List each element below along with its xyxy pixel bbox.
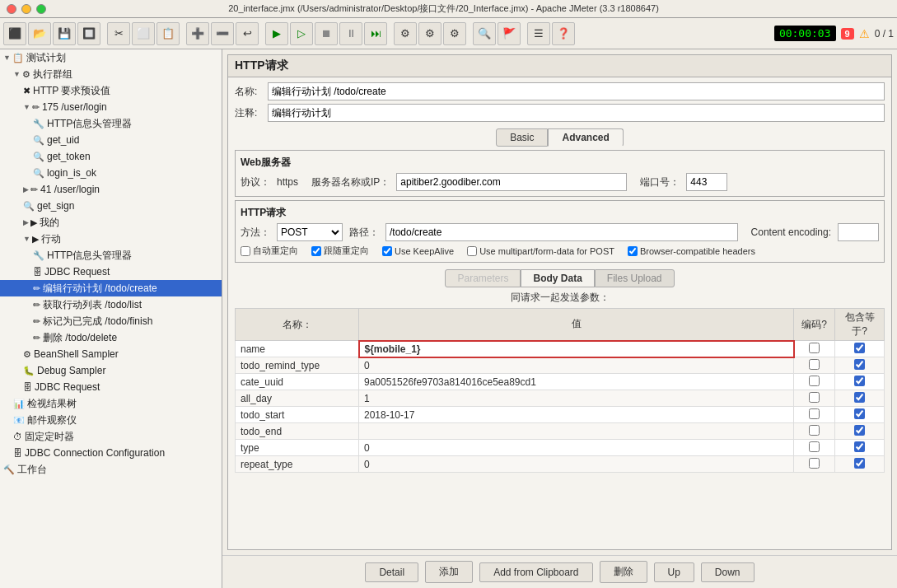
sidebar-item-mark-done[interactable]: ✏ 标记为已完成 /todo/finish xyxy=(0,313,222,329)
sidebar-item-edit-action-todo[interactable]: ✏ 编辑行动计划 /todo/create xyxy=(0,280,222,296)
include-checkbox[interactable] xyxy=(854,441,865,452)
param-encode-cell[interactable] xyxy=(794,407,835,423)
path-input[interactable] xyxy=(385,223,738,241)
sidebar-item-test-plan[interactable]: ▼ 📋 测试计划 xyxy=(0,49,222,66)
toolbar-cut[interactable]: ✂ xyxy=(107,22,130,45)
sidebar-item-get-todo-list[interactable]: ✏ 获取行动列表 /todo/list xyxy=(0,296,222,313)
table-row[interactable]: todo_start2018-10-17 xyxy=(236,407,885,423)
include-checkbox[interactable] xyxy=(854,376,865,386)
toolbar-remote-stop[interactable]: ⚙ xyxy=(418,22,441,45)
table-row[interactable]: todo_remind_type0 xyxy=(236,357,885,374)
toolbar-flag[interactable]: 🚩 xyxy=(498,22,521,45)
sidebar-item-login-is-ok[interactable]: 🔍 login_is_ok xyxy=(0,165,222,181)
multipart-checkbox[interactable] xyxy=(467,246,477,256)
encode-checkbox[interactable] xyxy=(809,376,820,386)
sidebar-item-timer[interactable]: ⏱ 固定定时器 xyxy=(0,428,222,445)
keep-alive-checkbox[interactable] xyxy=(382,246,392,256)
toolbar-save[interactable]: 💾 xyxy=(53,22,76,45)
sidebar-item-get-uid[interactable]: 🔍 get_uid xyxy=(0,132,222,148)
down-button[interactable]: Down xyxy=(701,562,755,582)
include-checkbox[interactable] xyxy=(854,359,865,370)
sidebar-item-action-http-header[interactable]: 🔧 HTTP信息头管理器 xyxy=(0,247,222,264)
follow-redirect-checkbox[interactable] xyxy=(311,246,321,256)
param-include-cell[interactable] xyxy=(835,374,885,390)
sidebar-item-get-sign[interactable]: 🔍 get_sign xyxy=(0,198,222,214)
param-encode-cell[interactable] xyxy=(794,374,835,390)
sidebar-item-http-defaults[interactable]: ✖ HTTP 要求预设值 xyxy=(0,82,222,99)
table-row[interactable]: name${mobile_1} xyxy=(236,341,885,357)
port-input[interactable] xyxy=(686,173,727,191)
sidebar-item-http-header-manager[interactable]: 🔧 HTTP信息头管理器 xyxy=(0,115,222,132)
toolbar-list[interactable]: ☰ xyxy=(527,22,550,45)
delete-button[interactable]: 删除 xyxy=(600,561,647,583)
toolbar-add[interactable]: ➕ xyxy=(186,22,209,45)
detail-button[interactable]: Detail xyxy=(365,562,418,582)
auto-redirect-checkbox[interactable] xyxy=(241,246,250,256)
toolbar-pause[interactable]: ⏸ xyxy=(339,22,362,45)
sidebar-item-debug[interactable]: 🐛 Debug Sampler xyxy=(0,362,222,379)
toolbar-open[interactable]: 📂 xyxy=(28,22,51,45)
encoding-input[interactable] xyxy=(838,223,879,241)
tab-body-data[interactable]: Body Data xyxy=(521,269,594,287)
param-encode-cell[interactable] xyxy=(794,440,835,456)
encode-checkbox[interactable] xyxy=(809,359,820,370)
include-checkbox[interactable] xyxy=(854,392,865,403)
method-select[interactable]: POST GET PUT DELETE xyxy=(277,223,343,241)
maximize-button[interactable] xyxy=(36,4,46,14)
cb-follow-redirect[interactable]: 跟随重定向 xyxy=(311,245,369,257)
cb-browser-compat[interactable]: Browser-compatible headers xyxy=(628,246,755,256)
toolbar-stop[interactable]: ⏹ xyxy=(315,22,338,45)
encode-checkbox[interactable] xyxy=(809,441,820,452)
table-row[interactable]: all_day1 xyxy=(236,390,885,407)
include-checkbox[interactable] xyxy=(854,408,865,419)
sidebar-item-user-login[interactable]: ▼ ✏ 175 /user/login xyxy=(0,99,222,115)
minimize-button[interactable] xyxy=(21,4,31,14)
sidebar-item-my[interactable]: ▶ ▶ 我的 xyxy=(0,214,222,231)
toolbar-scheduler[interactable]: ⏭ xyxy=(364,22,387,45)
sidebar-item-get-token[interactable]: 🔍 get_token xyxy=(0,148,222,165)
encode-checkbox[interactable] xyxy=(809,458,820,469)
toolbar-remote-extra[interactable]: ⚙ xyxy=(443,22,466,45)
param-include-cell[interactable] xyxy=(835,407,885,423)
cb-multipart[interactable]: Use multipart/form-data for POST xyxy=(467,246,614,256)
sidebar-item-result-tree[interactable]: 📊 检视结果树 xyxy=(0,395,222,412)
table-row[interactable]: cate_uuid9a0051526fe9703a814016ce5ea89cd… xyxy=(236,374,885,390)
toolbar-help[interactable]: ❓ xyxy=(552,22,575,45)
toolbar-settings[interactable]: 🔲 xyxy=(77,22,100,45)
cb-keep-alive[interactable]: Use KeepAlive xyxy=(382,246,454,256)
sidebar-item-user-login-41[interactable]: ▶ ✏ 41 /user/login xyxy=(0,181,222,198)
encode-checkbox[interactable] xyxy=(809,343,820,353)
sidebar-item-action[interactable]: ▼ ▶ 行动 xyxy=(0,231,222,247)
toolbar-undo[interactable]: ↩ xyxy=(236,22,259,45)
table-row[interactable]: repeat_type0 xyxy=(236,456,885,473)
toolbar-new[interactable]: ⬛ xyxy=(3,22,26,45)
toolbar-remote-start[interactable]: ⚙ xyxy=(394,22,417,45)
param-encode-cell[interactable] xyxy=(794,456,835,473)
add-clipboard-button[interactable]: Add from Clipboard xyxy=(479,562,592,582)
cb-auto-redirect[interactable]: 自动重定向 xyxy=(241,245,298,257)
add-button[interactable]: 添加 xyxy=(425,561,473,583)
param-include-cell[interactable] xyxy=(835,456,885,473)
param-include-cell[interactable] xyxy=(835,341,885,357)
close-button[interactable] xyxy=(7,4,16,14)
up-button[interactable]: Up xyxy=(654,562,694,582)
param-include-cell[interactable] xyxy=(835,423,885,440)
sidebar-item-mail-observer[interactable]: 📧 邮件观察仪 xyxy=(0,412,222,428)
param-encode-cell[interactable] xyxy=(794,390,835,407)
toolbar-remove[interactable]: ➖ xyxy=(211,22,234,45)
param-encode-cell[interactable] xyxy=(794,357,835,374)
toolbar-start[interactable]: ▶ xyxy=(265,22,288,45)
sidebar-item-jdbc-request[interactable]: 🗄 JDBC Request xyxy=(0,264,222,280)
param-encode-cell[interactable] xyxy=(794,423,835,440)
tab-advanced[interactable]: Advanced xyxy=(548,128,623,147)
toolbar-paste[interactable]: 📋 xyxy=(157,22,180,45)
param-include-cell[interactable] xyxy=(835,357,885,374)
browser-compat-checkbox[interactable] xyxy=(628,246,638,256)
tab-basic[interactable]: Basic xyxy=(496,128,548,147)
encode-checkbox[interactable] xyxy=(809,425,820,436)
sidebar-item-beanshell[interactable]: ⚙ BeanShell Sampler xyxy=(0,346,222,362)
table-row[interactable]: type0 xyxy=(236,440,885,456)
param-encode-cell[interactable] xyxy=(794,341,835,357)
toolbar-start-no-pause[interactable]: ▷ xyxy=(290,22,313,45)
tab-parameters[interactable]: Parameters xyxy=(445,269,521,287)
